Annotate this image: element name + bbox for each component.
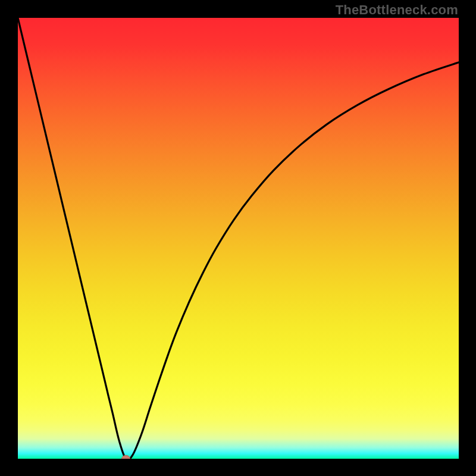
plot-area: [18, 18, 459, 459]
plot-svg: [18, 18, 459, 459]
chart-frame: TheBottleneck.com: [0, 0, 476, 476]
gradient-background: [18, 18, 459, 459]
watermark-text: TheBottleneck.com: [336, 2, 458, 18]
